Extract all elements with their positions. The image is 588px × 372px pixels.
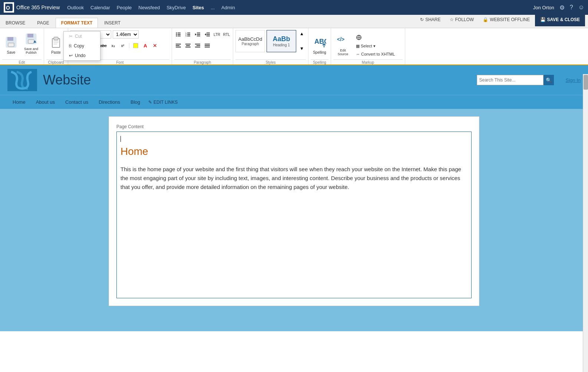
svg-rect-32 — [207, 36, 210, 36]
nav-contact[interactable]: Contact us — [60, 96, 93, 108]
convert-xhtml-button[interactable]: ↔ Convert to XHTML — [354, 51, 397, 57]
tab-browse[interactable]: BROWSE — [0, 18, 31, 28]
heading1-style-text: AaBb — [272, 35, 290, 43]
styles-label: Styles — [235, 59, 306, 64]
styles-down-button[interactable]: ▼ — [298, 44, 306, 53]
convert-xhtml-label: Convert to XHTML — [361, 52, 395, 56]
site-logo — [7, 69, 37, 91]
copy-item[interactable]: ⎘ Copy — [64, 41, 100, 51]
svg-rect-11 — [53, 42, 59, 43]
save-publish-icon — [24, 31, 39, 46]
font-size-dropdown[interactable]: 1.46em — [113, 30, 139, 39]
svg-rect-42 — [205, 44, 210, 44]
save-publish-label: Save andPublish — [24, 47, 38, 54]
svg-rect-20 — [178, 36, 181, 36]
nav-skydrive[interactable]: SkyDrive — [166, 5, 186, 10]
follow-star-icon: ☆ — [450, 17, 454, 22]
spelling-button[interactable]: ABC Spelling — [311, 30, 328, 56]
office-logo[interactable]: O Office 365 Preview — [4, 2, 60, 13]
svg-rect-38 — [185, 47, 191, 47]
scrollbar-thumb[interactable] — [584, 75, 588, 90]
office-logo-icon: O — [4, 2, 14, 13]
align-left-button[interactable] — [174, 41, 182, 50]
align-center-button[interactable] — [184, 41, 192, 50]
help-icon[interactable]: ? — [570, 4, 573, 11]
svg-rect-16 — [178, 33, 181, 33]
tab-insert[interactable]: INSERT — [99, 18, 126, 28]
paragraph-style[interactable]: AaBbCcDd Paragraph — [235, 30, 265, 52]
svg-text:O: O — [6, 5, 10, 11]
gear-icon[interactable]: ⚙ — [559, 4, 565, 11]
svg-rect-26 — [187, 36, 190, 36]
svg-rect-10 — [53, 41, 59, 41]
rtl-button[interactable]: RTL — [222, 30, 231, 39]
styles-up-button[interactable]: ▲ — [298, 30, 306, 38]
save-publish-button[interactable]: Save andPublish — [21, 30, 42, 56]
cut-item[interactable]: ✂ Cut — [64, 31, 100, 41]
increase-indent-button[interactable] — [203, 30, 211, 39]
edit-buttons: Save Save andPublish — [2, 30, 42, 59]
nav-newsfeed[interactable]: Newsfeed — [138, 5, 160, 10]
select-button[interactable]: ▦ Select ▾ — [354, 43, 397, 50]
justify-button[interactable] — [203, 41, 211, 50]
decrease-indent-button[interactable] — [194, 30, 202, 39]
ltr-button[interactable]: LTR — [213, 30, 221, 39]
nav-blog[interactable]: Blog — [125, 96, 145, 108]
strikethrough-button[interactable]: abc — [99, 41, 108, 50]
heading1-style[interactable]: AaBb Heading 1 — [267, 30, 296, 52]
edit-links-button[interactable]: ✎ EDIT LINKS — [148, 100, 178, 105]
website-offline-button[interactable]: 🔒 WEBSITE OFFLINE — [479, 16, 534, 24]
scrollbar[interactable] — [583, 74, 588, 331]
search-button[interactable]: 🔍 — [544, 75, 554, 85]
para-top-row: 1. 2. 3. — [174, 30, 231, 39]
smiley-icon[interactable]: ☺ — [578, 4, 584, 11]
superscript-button[interactable]: x² — [119, 41, 127, 50]
svg-rect-18 — [178, 34, 181, 35]
clear-format-button[interactable]: ✕ — [151, 41, 159, 50]
tab-page[interactable]: PAGE — [32, 18, 54, 28]
edit-source-button[interactable]: </> Edit Source — [333, 31, 353, 58]
undo-item[interactable]: ↩ Undo — [64, 51, 100, 60]
nav-admin[interactable]: Admin — [221, 5, 235, 10]
nav-outlook[interactable]: Outlook — [67, 5, 84, 10]
edit-source-label: Edit Source — [334, 49, 351, 56]
nav-about[interactable]: About us — [31, 96, 60, 108]
bullet-list-button[interactable] — [174, 30, 182, 39]
numbered-list-button[interactable]: 1. 2. 3. — [184, 30, 192, 39]
language-button[interactable] — [354, 33, 397, 41]
nav-sites[interactable]: Sites — [192, 5, 204, 10]
text-cursor — [120, 136, 121, 142]
font-color-button[interactable]: A — [141, 41, 149, 50]
save-close-button[interactable]: 💾 SAVE & CLOSE — [535, 13, 585, 26]
svg-rect-35 — [176, 47, 181, 47]
search-input[interactable] — [477, 75, 544, 85]
user-name[interactable]: Jon Orton — [533, 5, 554, 10]
spelling-buttons: ABC Spelling — [311, 30, 328, 59]
save-close-label: SAVE & CLOSE — [547, 17, 580, 22]
nav-calendar[interactable]: Calendar — [90, 5, 110, 10]
nav-more[interactable]: ... — [211, 5, 215, 10]
nav-people[interactable]: People — [117, 5, 132, 10]
edit-links-label: EDIT LINKS — [153, 100, 178, 105]
follow-button[interactable]: ☆ FOLLOW — [446, 16, 478, 24]
save-button[interactable]: Save — [2, 30, 20, 56]
svg-rect-14 — [134, 47, 137, 48]
lock-icon: 🔒 — [483, 17, 488, 22]
content-editor[interactable]: Home This is the home page of your websi… — [116, 132, 472, 298]
align-right-button[interactable] — [194, 41, 202, 50]
svg-rect-27 — [197, 33, 200, 33]
top-nav-links: Outlook Calendar People Newsfeed SkyDriv… — [67, 5, 533, 10]
highlight-color-button[interactable] — [132, 41, 140, 50]
subscript-button[interactable]: x₂ — [109, 41, 117, 50]
logo-text: Office 365 Preview — [16, 4, 60, 10]
paste-button[interactable]: Paste — [46, 30, 66, 56]
paragraph-group: 1. 2. 3. — [172, 28, 233, 64]
tab-format-text[interactable]: FORMAT TEXT — [56, 18, 98, 28]
styles-group: AaBbCcDd Paragraph AaBb Heading 1 ▲ ▼ St… — [233, 28, 308, 64]
paste-label: Paste — [51, 50, 61, 54]
nav-directions[interactable]: Directions — [93, 96, 125, 108]
sign-in-link[interactable]: Sign In — [566, 77, 581, 83]
nav-home[interactable]: Home — [7, 96, 31, 108]
share-button[interactable]: ↻ SHARE — [416, 16, 444, 24]
follow-label: FOLLOW — [455, 17, 474, 22]
